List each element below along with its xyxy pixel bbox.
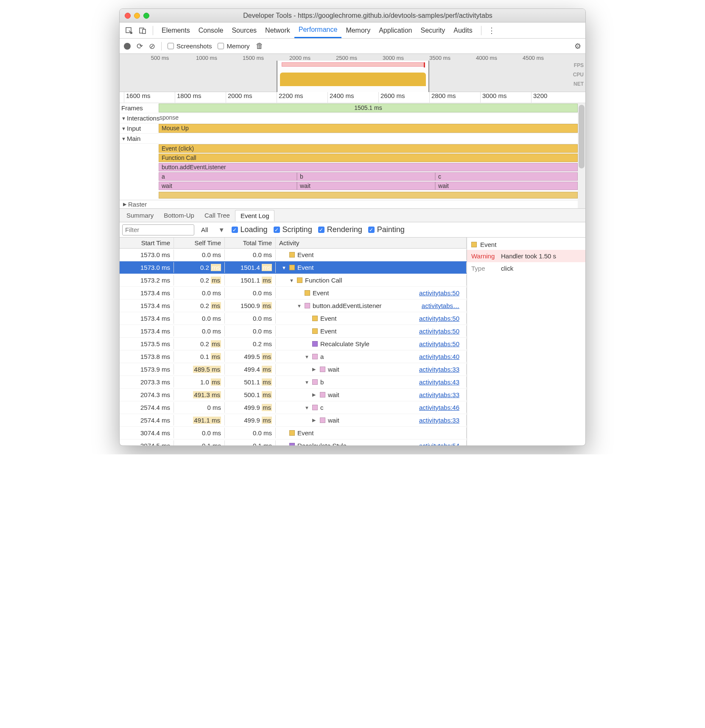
interactions-track-label[interactable]: ▼Interactions: [120, 113, 159, 123]
col-start-time[interactable]: Start Time: [120, 238, 174, 248]
device-toggle-icon[interactable]: [137, 25, 148, 36]
table-row[interactable]: 1573.8 ms0.1 ms499.5 ms▼aactivitytabs:40: [120, 350, 467, 363]
source-link[interactable]: activitytabs:50: [419, 328, 463, 335]
source-link[interactable]: activitytabs:54: [419, 442, 463, 445]
source-link[interactable]: activitytabs…: [422, 302, 463, 309]
table-row[interactable]: 2574.4 ms491.1 ms499.9 ms▶waitactivityta…: [120, 414, 467, 427]
source-link[interactable]: activitytabs:50: [419, 340, 463, 347]
col-self-time[interactable]: Self Time: [174, 238, 225, 248]
type-row: Type click: [467, 262, 585, 274]
tab-performance[interactable]: Performance: [294, 22, 342, 38]
table-row[interactable]: 2074.3 ms491.3 ms500.1 ms▶waitactivityta…: [120, 389, 467, 401]
tab-memory[interactable]: Memory: [341, 22, 375, 38]
minimize-icon[interactable]: [134, 13, 140, 19]
source-link[interactable]: activitytabs:33: [419, 391, 463, 398]
source-link[interactable]: activitytabs:46: [419, 404, 463, 411]
tab-audits[interactable]: Audits: [449, 22, 476, 38]
flame-c[interactable]: c: [435, 172, 578, 181]
tab-security[interactable]: Security: [416, 22, 449, 38]
duration-filter[interactable]: All▼: [199, 226, 227, 233]
filter-rendering[interactable]: ✓Rendering: [318, 225, 362, 234]
gear-icon[interactable]: ⚙: [574, 42, 581, 51]
close-icon[interactable]: [125, 13, 131, 19]
activity-color-icon: [320, 392, 325, 398]
record-button[interactable]: [124, 43, 131, 50]
activity-color-icon: [320, 417, 325, 423]
screenshots-checkbox[interactable]: Screenshots: [168, 42, 212, 50]
source-link[interactable]: activitytabs:40: [419, 353, 463, 360]
flame-microtasks[interactable]: [159, 192, 578, 199]
perf-toolbar: ⟳ ⊘ Screenshots Memory 🗑 ⚙: [120, 39, 585, 54]
table-row[interactable]: 3074.4 ms0.0 ms0.0 msEvent: [120, 427, 467, 440]
detail-tabs: SummaryBottom-UpCall TreeEvent Log: [120, 209, 585, 222]
table-row[interactable]: 1573.0 ms0.0 ms0.0 msEvent: [120, 249, 467, 261]
activity-color-icon: [312, 328, 318, 334]
activity-color-icon: [312, 341, 318, 347]
flame-addeventlistener[interactable]: button.addEventListener: [159, 163, 578, 171]
event-color-icon: [471, 242, 477, 247]
memory-checkbox[interactable]: Memory: [218, 42, 249, 50]
main-track-label[interactable]: ▼Main: [120, 134, 159, 143]
table-row[interactable]: 1573.0 ms0.2 ms1501.4 ms▼Event: [120, 261, 467, 274]
activity-color-icon: [305, 290, 310, 296]
overview-viewport[interactable]: [277, 61, 429, 92]
table-header: Start Time Self Time Total Time Activity: [120, 238, 467, 249]
tab-console[interactable]: Console: [194, 22, 228, 38]
table-row[interactable]: 1573.4 ms0.2 ms1500.9 ms▼button.addEvent…: [120, 300, 467, 312]
filter-loading[interactable]: ✓Loading: [232, 225, 268, 234]
zoom-icon[interactable]: [143, 13, 149, 19]
table-row[interactable]: 3074.5 ms0.1 ms0.1 msRecalculate Styleac…: [120, 440, 467, 445]
subtab-bottom-up[interactable]: Bottom-Up: [159, 210, 199, 221]
devtools-window: Developer Tools - https://googlechrome.g…: [119, 8, 586, 446]
input-event-bar[interactable]: Mouse Up: [159, 124, 578, 133]
source-link[interactable]: activitytabs:50: [419, 289, 463, 297]
trash-icon[interactable]: 🗑: [256, 42, 263, 50]
col-activity[interactable]: Activity: [276, 238, 467, 248]
activity-color-icon: [312, 354, 318, 359]
flame-wait-b[interactable]: wait: [297, 182, 435, 190]
col-total-time[interactable]: Total Time: [225, 238, 276, 248]
table-row[interactable]: 1573.9 ms489.5 ms499.4 ms▶waitactivityta…: [120, 363, 467, 376]
flame-a[interactable]: a: [159, 172, 297, 181]
scrollbar[interactable]: [578, 103, 585, 208]
filter-painting[interactable]: ✓Painting: [368, 225, 405, 234]
ruler: 1600 ms1800 ms2000 ms2200 ms2400 ms2600 …: [120, 92, 585, 103]
activity-color-icon: [297, 277, 302, 283]
inspect-icon[interactable]: [123, 25, 135, 36]
overview-timeline[interactable]: 500 ms1000 ms1500 ms2000 ms2500 ms3000 m…: [120, 54, 585, 92]
tab-elements[interactable]: Elements: [157, 22, 194, 38]
detail-header: Event: [467, 238, 585, 250]
table-row[interactable]: 1573.4 ms0.0 ms0.0 msEventactivitytabs:5…: [120, 287, 467, 300]
clear-icon[interactable]: ⊘: [149, 42, 155, 51]
table-row[interactable]: 2574.4 ms0 ms499.9 ms▼cactivitytabs:46: [120, 401, 467, 414]
flame-wait-a[interactable]: wait: [159, 182, 297, 190]
table-row[interactable]: 1573.2 ms0.2 ms1501.1 ms▼Function Call: [120, 274, 467, 287]
table-row[interactable]: 1573.4 ms0.0 ms0.0 msEventactivitytabs:5…: [120, 325, 467, 338]
flame-b[interactable]: b: [297, 172, 435, 181]
filter-input[interactable]: [122, 224, 194, 235]
source-link[interactable]: activitytabs:33: [419, 417, 463, 424]
filter-scripting[interactable]: ✓Scripting: [274, 225, 312, 234]
table-row[interactable]: 2073.3 ms1.0 ms501.1 ms▼bactivitytabs:43: [120, 376, 467, 389]
reload-icon[interactable]: ⟳: [137, 42, 143, 51]
flame-wait-c[interactable]: wait: [435, 182, 578, 190]
flame-event-click[interactable]: Event (click): [159, 144, 578, 153]
tab-network[interactable]: Network: [261, 22, 294, 38]
tab-application[interactable]: Application: [375, 22, 416, 38]
table-row[interactable]: 1573.4 ms0.0 ms0.0 msEventactivitytabs:5…: [120, 312, 467, 325]
main-tabs: ElementsConsoleSourcesNetworkPerformance…: [120, 22, 585, 39]
input-track-label[interactable]: ▼Input: [120, 123, 159, 133]
flame-tracks[interactable]: Frames 1505.1 ms ▼Interactions sponse ▼I…: [120, 103, 585, 209]
subtab-call-tree[interactable]: Call Tree: [199, 210, 235, 221]
table-row[interactable]: 1573.5 ms0.2 ms0.2 msRecalculate Styleac…: [120, 338, 467, 350]
subtab-event-log[interactable]: Event Log: [235, 210, 275, 221]
source-link[interactable]: activitytabs:50: [419, 315, 463, 322]
source-link[interactable]: activitytabs:43: [419, 378, 463, 386]
kebab-icon[interactable]: ⋮: [486, 25, 498, 36]
subtab-summary[interactable]: Summary: [121, 210, 159, 221]
source-link[interactable]: activitytabs:33: [419, 366, 463, 373]
tab-sources[interactable]: Sources: [227, 22, 261, 38]
flame-function-call[interactable]: Function Call: [159, 154, 578, 162]
raster-track-label[interactable]: ▶Raster: [120, 200, 578, 208]
frame-bar[interactable]: 1505.1 ms: [159, 104, 578, 112]
